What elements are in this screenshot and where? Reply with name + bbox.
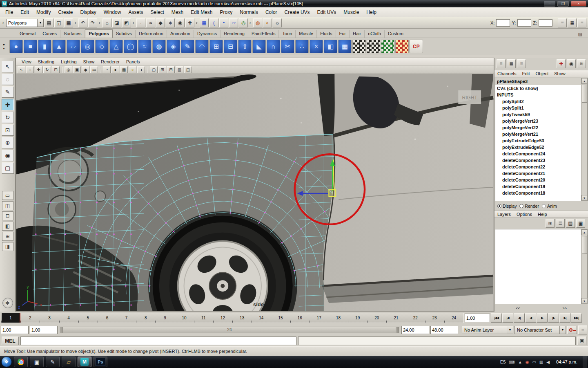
render-current-frame-icon[interactable]: ◍ <box>253 18 262 27</box>
channel-box-toggle-icon[interactable]: ≡ <box>577 18 586 27</box>
timeline-frame-19[interactable]: 19 <box>348 313 367 323</box>
panel-menu-renderer[interactable]: Renderer <box>98 58 123 65</box>
tray-network-icon[interactable]: ▥ <box>539 360 543 364</box>
shelf-tab-ncloth[interactable]: nCloth <box>365 30 385 38</box>
taskbar-app-icon[interactable]: ▣ <box>30 357 44 367</box>
timeline-frame-5[interactable]: 5 <box>78 313 98 323</box>
snap-to-point-icon[interactable]: • <box>219 18 228 27</box>
auto-keyframe-button[interactable] <box>567 326 577 334</box>
timeline-frame-16[interactable]: 16 <box>290 313 310 323</box>
uv-checker-2-icon[interactable] <box>367 40 380 53</box>
quad-draw-icon[interactable]: ▦ <box>338 40 352 53</box>
channel-box-menu-show[interactable]: Show <box>551 70 568 77</box>
mirror-geometry-icon[interactable]: ◧ <box>324 40 337 53</box>
go-to-end-button[interactable]: ▶▶| <box>571 313 582 323</box>
dropdown-arrow-icon[interactable]: ▼ <box>559 326 566 334</box>
channel-input-node[interactable]: polySplit2 <box>495 98 587 105</box>
xray-display-icon[interactable]: ◫ <box>184 66 192 73</box>
delete-edge-icon[interactable]: × <box>310 40 323 53</box>
four-pane-layout-button[interactable]: ⊞ <box>2 232 13 241</box>
frame-strip[interactable]: 1234567891011121314151617181920212223241 <box>1 313 464 323</box>
timeline-frame-20[interactable]: 20 <box>367 313 386 323</box>
shelf-tab-curves[interactable]: Curves <box>39 30 60 38</box>
file-save-icon[interactable]: ▦ <box>64 18 73 27</box>
timeline-frame-22[interactable]: 22 <box>406 313 425 323</box>
separate-icon[interactable]: ⊟ <box>224 40 237 53</box>
layer-options-icon[interactable]: ≣ <box>556 219 565 228</box>
status-group-separator[interactable]: ▸ <box>74 18 78 27</box>
timeline-frame-14[interactable]: 14 <box>252 313 271 323</box>
file-open-icon[interactable]: ◱ <box>54 18 63 27</box>
uv-texture-editor-icon[interactable] <box>395 40 409 53</box>
field-chart-icon[interactable]: ⊞ <box>158 66 166 73</box>
channel-settings-icon[interactable]: ≋ <box>577 59 586 68</box>
channel-input-node[interactable]: deleteComponent18 <box>495 190 587 196</box>
step-back-key-button[interactable]: ◀| <box>514 313 525 323</box>
shelf-tab-subdivs[interactable]: Subdivs <box>113 30 136 38</box>
channel-input-node[interactable]: deleteComponent24 <box>495 150 587 157</box>
shaded-display-icon[interactable]: ● <box>111 66 119 73</box>
layer-list[interactable]: ▲▼ <box>495 229 588 304</box>
animation-start-field[interactable] <box>1 326 29 334</box>
rotate-tool[interactable]: ↻ <box>2 112 14 123</box>
panel-scale-icon[interactable]: ⊡ <box>52 66 60 73</box>
outliner-persp-layout-button[interactable]: ◨ <box>2 242 13 251</box>
status-collapse-icon[interactable]: ▸ <box>2 18 5 27</box>
clock[interactable]: 04:47 p.m. <box>556 359 577 364</box>
timeline-frame-6[interactable]: 6 <box>98 313 117 323</box>
attribute-editor-toggle-icon[interactable]: ≡ <box>558 18 567 27</box>
character-set-dropdown[interactable]: No Character Set▼ <box>514 326 566 334</box>
menu-proxy[interactable]: Proxy <box>216 8 236 17</box>
channel-box-list[interactable]: pPlaneShape3CVs (click to show)INPUTSpol… <box>495 78 588 201</box>
soft-modification-tool[interactable]: ◉ <box>2 150 14 161</box>
create-layer-from-selected-icon[interactable]: ▣ <box>576 219 585 228</box>
z-coordinate-input[interactable] <box>539 19 552 27</box>
file-new-icon[interactable]: ▤ <box>45 18 53 27</box>
status-group-separator[interactable]: ▸ <box>195 18 199 27</box>
textured-display-icon[interactable]: ▩ <box>120 66 128 73</box>
dropdown-arrow-icon[interactable]: ▼ <box>37 19 43 27</box>
taskbar-chrome-icon[interactable] <box>14 357 28 367</box>
channel-input-node[interactable]: polyExtrudeEdge52 <box>495 144 587 150</box>
snap-to-plane-icon[interactable]: ▱ <box>229 18 238 27</box>
step-forward-frame-button[interactable]: ▶| <box>559 313 570 323</box>
channel-input-node[interactable]: polyMergeVert21 <box>495 131 587 137</box>
redo-icon[interactable]: ↷ <box>88 18 97 27</box>
menu-edit-mesh[interactable]: Edit Mesh <box>187 8 216 17</box>
timeline-frame-15[interactable]: 15 <box>271 313 290 323</box>
shelf-tab-toon[interactable]: Toon <box>279 30 296 38</box>
scroll-up-icon[interactable]: ▲ <box>581 78 588 84</box>
move-tool[interactable]: ✚ <box>2 99 14 110</box>
animation-end-field[interactable] <box>430 326 458 334</box>
panel-move-icon[interactable]: ✚ <box>35 66 42 73</box>
menu-create-uvs[interactable]: Create UVs <box>281 8 314 17</box>
channel-input-node[interactable]: polyTweak59 <box>495 111 587 118</box>
isolate-select-icon[interactable]: ▢ <box>150 66 158 73</box>
timeline-frame-10[interactable]: 10 <box>175 313 194 323</box>
minimize-button[interactable]: – <box>544 1 555 7</box>
scrollbar-thumb[interactable] <box>582 85 587 103</box>
viewport-canvas[interactable]: RIGHTsideyxz <box>16 74 494 311</box>
x-coordinate-input[interactable] <box>496 19 510 27</box>
playback-start-field[interactable] <box>30 326 58 334</box>
lights-display-icon[interactable]: ○ <box>129 66 136 73</box>
panel-rotate-icon[interactable]: ↻ <box>43 66 51 73</box>
taskbar-maya-icon[interactable]: M <box>78 357 91 367</box>
channel-input-node[interactable]: polyMergeVert23 <box>495 118 587 124</box>
viewport-scene[interactable]: RIGHTsideyxz <box>16 74 494 311</box>
scroll-down-icon[interactable]: ▼ <box>581 298 588 304</box>
wireframe-display-icon[interactable]: ◔ <box>103 66 111 73</box>
maximize-button[interactable]: ❐ <box>557 1 569 7</box>
mode-radio-render[interactable]: Render <box>519 204 539 209</box>
shelf-tab-custom[interactable]: Custom <box>385 30 407 38</box>
timeline-frame-24[interactable]: 24 <box>444 313 463 323</box>
play-forwards-button[interactable]: ▶ <box>537 313 548 323</box>
language-indicator[interactable]: ES <box>500 360 506 364</box>
uv-checker-green-icon[interactable] <box>381 40 394 53</box>
step-back-frame-button[interactable]: |◀ <box>502 313 513 323</box>
script-editor-icon[interactable]: ▣ <box>577 337 586 345</box>
shelf-tab-dynamics[interactable]: Dynamics <box>194 30 220 38</box>
scrollbar-thumb[interactable] <box>582 236 587 254</box>
panel-menu-lighting[interactable]: Lighting <box>58 58 80 65</box>
channel-input-node[interactable]: polyExtrudeEdge53 <box>495 137 587 144</box>
